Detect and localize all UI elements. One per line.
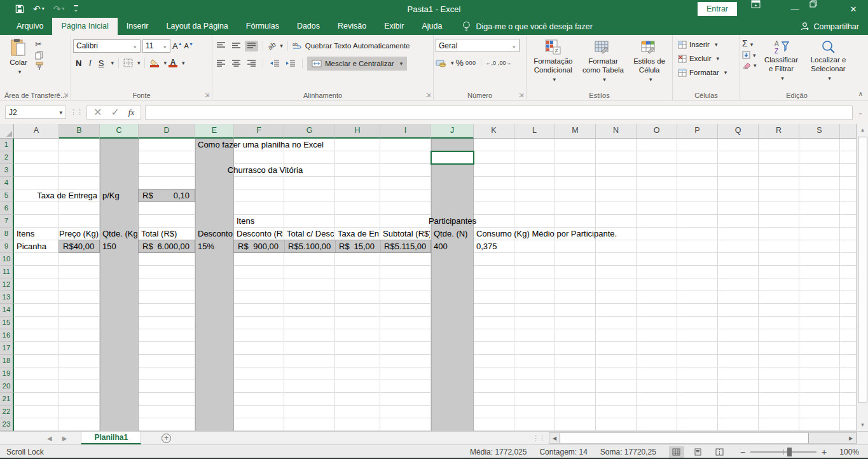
fill-color-dropdown-icon[interactable]: ▾ [163,60,167,66]
column-header-D[interactable]: D [139,124,195,139]
restore-button[interactable] [809,0,839,18]
cell-J9[interactable]: 400 [434,240,448,253]
page-layout-view-icon[interactable] [691,446,706,458]
row-header-22[interactable]: 22 [0,406,14,418]
collapse-ribbon-icon[interactable]: ∧ [858,90,863,97]
find-dropdown-icon[interactable]: ▾ [828,75,831,82]
sheet-nav-left-icon[interactable]: ◀ [47,435,52,442]
formula-input[interactable] [145,106,853,120]
close-button[interactable]: ✕ [839,0,868,18]
cell-D5[interactable]: R$0,10 [139,189,195,202]
cell-I9[interactable]: R$5.115,00 [381,240,431,253]
scrollbar-grip[interactable]: ⋮⋮ [532,434,545,442]
row-header-17[interactable]: 17 [0,342,14,355]
align-top-icon[interactable] [214,41,228,51]
align-center-icon[interactable] [230,58,243,69]
align-bottom-icon[interactable] [245,41,258,51]
row-header-13[interactable]: 13 [0,291,14,304]
tab-p-gina-inicial[interactable]: Página Inicial [52,18,117,35]
accounting-dropdown-icon[interactable]: ▾ [451,60,454,66]
align-right-icon[interactable] [245,58,258,69]
formula-bar-expand-icon[interactable]: ⌄ [857,109,864,116]
column-header-L[interactable]: L [514,124,555,139]
tab-layout-da-p-gina[interactable]: Layout da Página [157,18,237,35]
font-size-select[interactable]: 11⌄ [142,39,170,53]
italic-button[interactable]: I [86,58,93,68]
column-header-I[interactable]: I [380,124,431,139]
column-header-H[interactable]: H [335,124,380,139]
cell-E1[interactable]: Como fazer uma planilha no Excel [198,139,324,151]
column-header-B[interactable]: B [59,124,100,139]
font-color-icon[interactable]: A [169,59,177,67]
cell-A9[interactable]: Picanha [17,240,46,253]
cell-E3[interactable]: Churrasco da Vitória [195,164,335,177]
cell-styles-dropdown-icon[interactable]: ▾ [649,76,652,83]
bold-button[interactable]: N [73,58,84,68]
zoom-slider[interactable] [750,448,816,456]
fill-button[interactable]: ▾ [742,51,757,59]
sign-in-button[interactable]: Entrar [698,2,737,16]
confirm-icon[interactable]: ✓ [111,106,119,118]
merge-dropdown-icon[interactable]: ▾ [400,60,403,67]
merge-center-button[interactable]: Mesclar e Centralizar ▾ [307,57,407,71]
number-format-select[interactable]: Geral⌄ [436,39,520,52]
cell-F7[interactable]: Itens [237,215,254,228]
row-header-20[interactable]: 20 [0,380,14,393]
comma-style-icon[interactable]: 000 [465,60,476,66]
cell-B5[interactable]: Taxa de Entrega [14,189,97,202]
row-header-21[interactable]: 21 [0,393,14,406]
active-cell-J2[interactable] [431,151,474,165]
row-header-14[interactable]: 14 [0,304,14,317]
row-header-15[interactable]: 15 [0,317,14,329]
insert-function-icon[interactable]: fx [128,107,134,118]
share-button[interactable]: Compartilhar [800,18,859,35]
row-header-19[interactable]: 19 [0,367,14,380]
zoom-slider-knob[interactable] [787,448,792,456]
scroll-right-icon[interactable]: ▶ [846,433,856,443]
column-header-R[interactable]: R [759,124,799,139]
copy-icon[interactable] [35,51,44,60]
zoom-out-icon[interactable]: − [740,447,745,457]
cell-B9[interactable]: R$40,00 [60,240,99,253]
format-as-table-button[interactable]: Formatar como Tabela ▾ [578,38,628,90]
tab-dados[interactable]: Dados [288,18,329,35]
decrease-indent-icon[interactable] [268,58,282,69]
delete-dropdown-icon[interactable]: ▾ [717,55,720,62]
borders-icon[interactable] [123,58,133,67]
scroll-down-icon[interactable]: ▼ [857,419,868,431]
column-header-M[interactable]: M [555,124,596,139]
undo-button[interactable]: ↶▾ [33,4,45,13]
cell-F9[interactable]: R$900,00 [235,240,284,253]
tab-inserir[interactable]: Inserir [118,18,158,35]
tab-revis-o[interactable]: Revisão [329,18,375,35]
page-break-view-icon[interactable] [712,446,727,458]
font-dialog-launcher-icon[interactable]: ⇲ [203,92,210,99]
column-header-F[interactable]: F [234,124,284,139]
delete-cells-button[interactable]: Excluir ▾ [678,52,738,65]
paste-dropdown-icon[interactable]: ▾ [18,69,22,76]
minimize-button[interactable]: — [780,0,809,18]
column-header-N[interactable]: N [596,124,637,139]
horizontal-scroll-thumb[interactable] [560,433,809,443]
row-header-6[interactable]: 6 [0,202,14,215]
clear-button[interactable]: ▾ [742,62,757,69]
cell-E9[interactable]: 15% [198,240,214,253]
alignment-dialog-launcher-icon[interactable]: ⇲ [425,92,432,99]
ribbon-display-options-icon[interactable] [751,0,780,18]
column-header-K[interactable]: K [474,124,514,139]
row-header-12[interactable]: 12 [0,278,14,291]
accounting-format-icon[interactable] [436,59,446,67]
scroll-left-icon[interactable]: ◀ [549,433,560,443]
conditional-dropdown-icon[interactable]: ▾ [553,76,556,83]
cell-styles-button[interactable]: Estilos de Célula ▾ [629,38,670,90]
find-select-button[interactable]: Localizar e Selecionar ▾ [806,38,851,90]
format-cells-button[interactable]: Formatar ▾ [678,66,738,79]
horizontal-scrollbar[interactable]: ◀ ▶ [549,432,857,444]
row-header-7[interactable]: 7 [0,215,14,228]
underline-dropdown-icon[interactable]: ▾ [111,60,114,66]
autosum-button[interactable]: Σ▾ [742,38,757,48]
cell-C5[interactable]: p/Kg [102,189,120,202]
insert-cells-button[interactable]: Inserir ▾ [678,38,738,51]
insert-dropdown-icon[interactable]: ▾ [715,41,718,48]
new-sheet-icon[interactable]: + [162,434,171,443]
